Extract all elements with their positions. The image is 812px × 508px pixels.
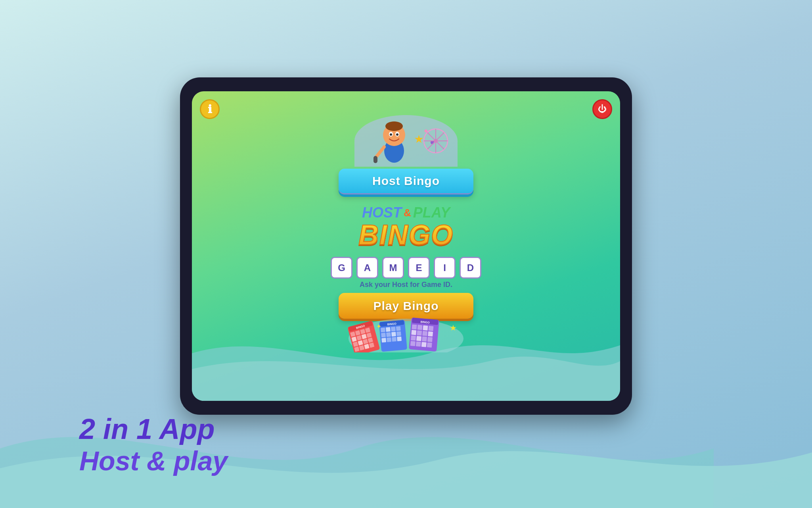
- bingo-cards-svg: BINGO: [339, 317, 473, 352]
- logo-play-text: PLAY: [413, 204, 450, 221]
- svg-rect-68: [410, 341, 416, 346]
- svg-text:✦: ✦: [376, 323, 381, 330]
- game-id-box[interactable]: M: [382, 257, 404, 279]
- svg-rect-56: [412, 324, 417, 329]
- game-id-box[interactable]: A: [356, 257, 378, 279]
- host-section: ★ ● ● Host Bingo: [339, 103, 473, 194]
- info-button[interactable]: ℹ: [200, 99, 220, 119]
- host-illustration: ★ ● ●: [343, 103, 469, 167]
- svg-text:★: ★: [414, 133, 424, 145]
- game-id-box[interactable]: I: [434, 257, 456, 279]
- svg-point-4: [390, 133, 392, 136]
- svg-rect-52: [397, 337, 402, 341]
- game-id-hint: Ask your Host for Game ID.: [360, 281, 452, 289]
- logo-section: HOST & PLAY BINGO: [358, 204, 453, 249]
- game-id-box[interactable]: E: [408, 257, 430, 279]
- play-bingo-button[interactable]: Play Bingo: [339, 293, 473, 319]
- svg-rect-59: [428, 326, 433, 331]
- svg-line-7: [376, 147, 384, 157]
- svg-rect-46: [386, 332, 391, 337]
- game-id-box[interactable]: D: [460, 257, 481, 279]
- svg-rect-43: [391, 327, 396, 331]
- logo-bingo-text: BINGO: [358, 221, 453, 249]
- svg-rect-51: [392, 337, 396, 342]
- logo-host-play: HOST & PLAY: [362, 204, 450, 221]
- tablet-screen: ℹ ⏻: [192, 91, 620, 401]
- host-character-svg: ★ ● ●: [362, 115, 450, 165]
- svg-point-2: [385, 121, 403, 131]
- game-id-box[interactable]: G: [331, 257, 352, 279]
- svg-rect-65: [416, 336, 421, 341]
- bottom-text-block: 2 in 1 App Host & play: [79, 413, 228, 476]
- logo-host-text: HOST: [362, 204, 402, 221]
- game-id-row[interactable]: GAMEID: [331, 257, 481, 279]
- bottom-line1: 2 in 1 App: [79, 413, 228, 445]
- info-icon: ℹ: [208, 103, 212, 116]
- tablet-frame: ℹ ⏻: [180, 77, 632, 415]
- svg-text:★: ★: [450, 323, 457, 332]
- illustration-circle: ★ ● ●: [354, 115, 458, 167]
- logo-amp-text: &: [404, 207, 411, 219]
- svg-point-6: [396, 133, 398, 136]
- svg-rect-49: [381, 338, 386, 343]
- svg-rect-8: [373, 156, 377, 163]
- svg-rect-57: [417, 325, 422, 330]
- svg-rect-42: [386, 327, 391, 332]
- svg-rect-45: [381, 333, 386, 337]
- svg-rect-67: [427, 337, 433, 342]
- svg-rect-61: [417, 330, 422, 335]
- svg-rect-50: [387, 337, 391, 342]
- exit-icon: ⏻: [598, 104, 607, 114]
- svg-rect-64: [411, 335, 416, 341]
- svg-rect-63: [428, 331, 433, 337]
- svg-rect-47: [391, 332, 396, 337]
- svg-rect-58: [423, 325, 428, 331]
- bottom-line2: Host & play: [79, 445, 228, 476]
- svg-rect-48: [396, 331, 401, 336]
- main-content: ★ ● ● Host Bingo: [192, 91, 620, 352]
- host-bingo-button[interactable]: Host Bingo: [339, 169, 473, 194]
- play-illustration: BINGO: [339, 317, 473, 352]
- svg-rect-70: [421, 342, 427, 347]
- exit-button[interactable]: ⏻: [592, 99, 612, 119]
- svg-rect-44: [396, 326, 401, 331]
- svg-rect-69: [416, 341, 421, 346]
- svg-rect-66: [422, 337, 427, 342]
- svg-rect-60: [411, 330, 416, 335]
- svg-rect-62: [422, 331, 427, 336]
- svg-rect-71: [427, 343, 432, 348]
